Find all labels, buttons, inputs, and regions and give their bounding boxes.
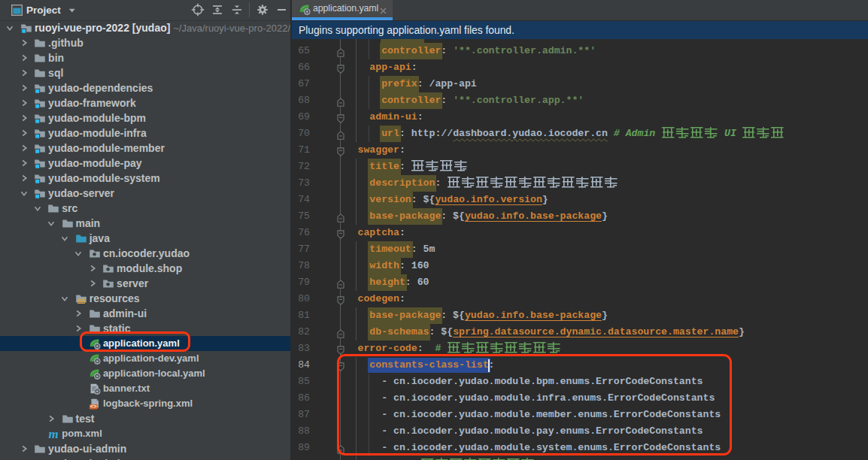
svg-text:<>: <> <box>90 403 97 410</box>
svg-text:m: m <box>49 428 59 440</box>
